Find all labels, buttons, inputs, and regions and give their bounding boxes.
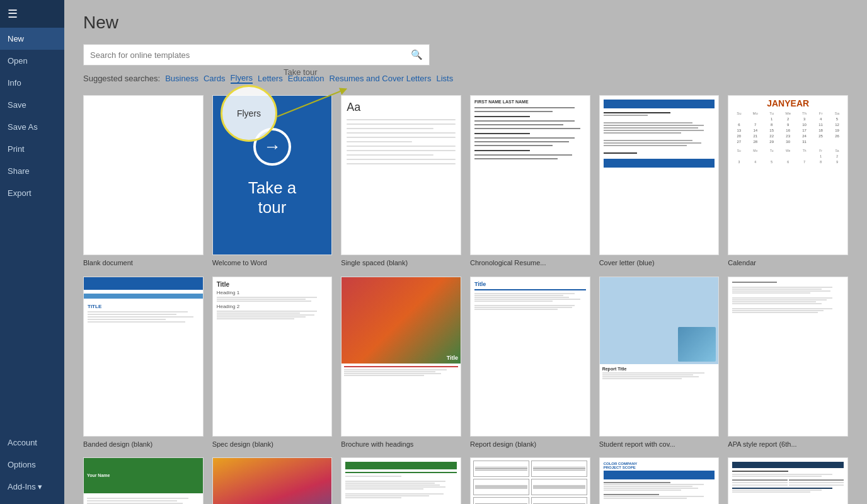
template-student[interactable]: Report Title Student report with cov...	[599, 277, 720, 449]
suggested-lists[interactable]: Lists	[436, 74, 453, 83]
template-brochure[interactable]: Title Brochure with headings	[341, 277, 461, 449]
suggested-flyers[interactable]: Flyers	[231, 73, 253, 84]
suggested-searches-row: Suggested searches: Business Cards Flyer…	[83, 73, 848, 84]
template-blank-label: Blank document	[83, 258, 204, 267]
sidebar-item-options[interactable]: Options	[0, 454, 64, 476]
templates-grid-row3: Your Name Resume (color)	[83, 457, 848, 504]
sidebar-item-addins[interactable]: Add-Ins ▾	[0, 476, 64, 498]
sidebar-item-save[interactable]: Save	[0, 94, 64, 116]
template-spec-label: Spec design (blank)	[212, 440, 333, 449]
sidebar-item-export[interactable]: Export	[0, 182, 64, 204]
suggested-education[interactable]: Education	[288, 74, 324, 83]
template-calendar[interactable]: JANYEAR SuMoTuWeThFrSa 12345 6789101112 …	[728, 95, 848, 268]
suggested-resumes[interactable]: Resumes and Cover Letters	[330, 74, 432, 83]
template-cover-letter[interactable]: Cover letter (blue)	[599, 95, 720, 268]
sidebar-item-info[interactable]: Info	[0, 72, 64, 94]
template-banded[interactable]: TITLE Banded design (blank)	[83, 277, 204, 449]
suggested-business[interactable]: Business	[165, 74, 198, 83]
sidebar-top-bar: ☰	[0, 0, 64, 28]
template-project[interactable]: COLOR COMPANYPROJECT SCOPE Project scope…	[599, 457, 720, 504]
main-content: New 🔍 Suggested searches: Business Cards…	[64, 0, 867, 504]
template-seasonal[interactable]: DATEEVENTTITLE HERE Seasonal event flyer	[212, 457, 333, 504]
suggested-letters[interactable]: Letters	[258, 74, 283, 83]
template-apa-label: APA style report (6th...	[728, 440, 848, 449]
template-welcome-label: Welcome to Word	[212, 258, 333, 267]
template-single-spaced[interactable]: Aa Single spaced (blank)	[341, 95, 461, 268]
search-icon[interactable]: 🔍	[411, 49, 423, 60]
suggested-label: Suggested searches:	[83, 74, 160, 83]
template-brochure-label: Brochure with headings	[341, 440, 461, 449]
template-banded-label: Banded design (blank)	[83, 440, 204, 449]
template-single-label: Single spaced (blank)	[341, 258, 461, 267]
template-cover-letter-label: Cover letter (blue)	[599, 258, 720, 267]
template-business-letter[interactable]: Business letter (Sales...	[341, 457, 461, 504]
suggested-cards[interactable]: Cards	[204, 74, 226, 83]
sidebar-item-print[interactable]: Print	[0, 138, 64, 160]
single-aa-label: Aa	[347, 101, 456, 114]
search-input[interactable]	[90, 50, 411, 60]
search-bar: 🔍	[83, 44, 430, 66]
sidebar-item-account[interactable]: Account	[0, 432, 64, 454]
template-apa[interactable]: APA style report (6th...	[728, 277, 848, 449]
template-resume-color[interactable]: Your Name Resume (color)	[83, 457, 204, 504]
page-title: New	[83, 13, 848, 33]
sidebar-item-new[interactable]: New	[0, 28, 64, 50]
hamburger-icon[interactable]: ☰	[8, 7, 18, 21]
templates-grid-row2: TITLE Banded design (blank) Title Headin…	[83, 277, 848, 449]
template-report[interactable]: Title Report design (blank)	[470, 277, 590, 449]
template-spec[interactable]: Title Heading 1 Heading 2 Spec design (b…	[212, 277, 333, 449]
sidebar-item-share[interactable]: Share	[0, 160, 64, 182]
welcome-arrow-circle: →	[253, 128, 291, 166]
template-blank[interactable]: Blank document	[83, 95, 204, 268]
sidebar-item-saveas[interactable]: Save As	[0, 116, 64, 138]
template-student-label: Student report with cov...	[599, 440, 720, 449]
template-report-label: Report design (blank)	[470, 440, 590, 449]
templates-grid-row1: Blank document → Take atour Welcome to W…	[83, 95, 848, 268]
template-chronological-resume[interactable]: FIRST NAME LAST NAME Chronological	[470, 95, 590, 268]
welcome-text: Take atour	[243, 173, 302, 222]
sidebar: ☰ New Open Info Save Save As Print Share…	[0, 0, 64, 504]
template-calendar-label: Calendar	[728, 258, 848, 267]
template-return-labels[interactable]: Return address labels...	[470, 457, 590, 504]
template-welcome[interactable]: → Take atour Welcome to Word	[212, 95, 333, 268]
template-invoice[interactable]: Invoice (Timeless design)	[728, 457, 848, 504]
template-resume-label: Chronological Resume...	[470, 258, 590, 267]
sidebar-item-open[interactable]: Open	[0, 50, 64, 72]
